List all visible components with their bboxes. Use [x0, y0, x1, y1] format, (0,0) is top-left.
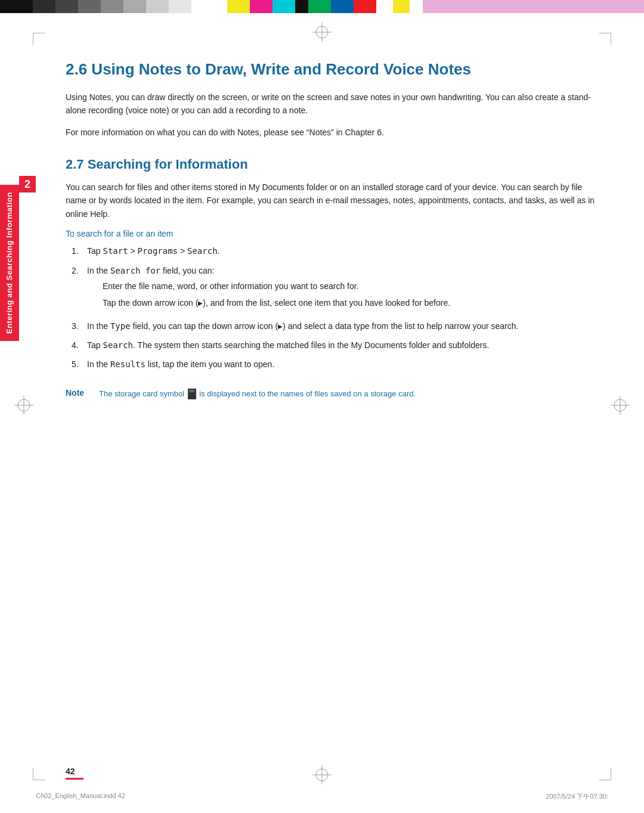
color-strip	[376, 0, 393, 13]
crop-mark-br	[599, 768, 611, 780]
color-strip	[295, 0, 308, 13]
section-27-para1: You can search for files and other items…	[66, 181, 596, 221]
step-3-num: 3.	[72, 319, 83, 333]
step-1-text: Tap Start > Programs > Search.	[87, 244, 596, 257]
color-strip	[393, 0, 410, 13]
step-2-subitems: Enter the file name, word, or other info…	[103, 280, 596, 310]
color-strip	[331, 0, 354, 13]
step-4-text: Tap Search. The system then starts searc…	[87, 339, 596, 352]
step-3: 3. In the Type field, you can tap the do…	[72, 319, 596, 333]
footer-left: Ch02_English_Manual.indd 42	[36, 792, 125, 801]
main-content: 2.6 Using Notes to Draw, Write and Recor…	[66, 60, 596, 753]
color-strip	[250, 0, 273, 13]
step-1: 1. Tap Start > Programs > Search.	[72, 244, 596, 257]
step-4-num: 4.	[72, 339, 83, 352]
step-3-text: In the Type field, you can tap the down …	[87, 319, 596, 333]
step-2: 2. In the Search for field, you can: Ent…	[72, 264, 596, 314]
steps-list: 1. Tap Start > Programs > Search. 2. In …	[66, 244, 596, 371]
color-strip	[191, 0, 214, 13]
color-strip	[146, 0, 169, 13]
crop-mark-tr	[599, 33, 611, 45]
color-strip	[55, 0, 78, 13]
step-4: 4. Tap Search. The system then starts se…	[72, 339, 596, 352]
step-5-num: 5.	[72, 358, 83, 371]
section-26-para2: For more information on what you can do …	[66, 126, 596, 139]
chapter-number: 2	[19, 176, 36, 193]
registration-mark-left	[13, 395, 35, 418]
crop-mark-bl	[33, 768, 45, 780]
color-strip	[308, 0, 331, 13]
note-section: Note The storage card symbol is displaye…	[66, 388, 596, 401]
section-26-para1: Using Notes, you can draw directly on th…	[66, 91, 596, 117]
page-number-underline	[66, 778, 83, 780]
footer: Ch02_English_Manual.indd 42 2007/5/24 下午…	[36, 792, 608, 801]
registration-mark-bottom	[311, 764, 333, 788]
color-strip	[227, 0, 250, 13]
color-strip	[354, 0, 376, 13]
color-strip	[410, 0, 423, 13]
procedure-heading: To search for a file or an item	[66, 229, 596, 238]
color-strip	[0, 0, 33, 13]
color-strip	[78, 0, 101, 13]
section-26-heading: 2.6 Using Notes to Draw, Write and Recor…	[66, 60, 596, 80]
side-tab-label: Entering and Searching Information	[0, 185, 19, 341]
registration-mark-top	[311, 21, 333, 45]
color-strip	[123, 0, 146, 13]
color-strip	[169, 0, 191, 13]
color-strip	[214, 0, 227, 13]
color-strip	[273, 0, 295, 13]
color-bar	[0, 0, 644, 13]
note-text: The storage card symbol is displayed nex…	[99, 388, 416, 401]
crop-mark-tl	[33, 33, 45, 45]
step-2-sub2: Tap the down arrow icon (▶), and from th…	[103, 296, 596, 309]
color-strip	[423, 0, 644, 13]
section-27-heading: 2.7 Searching for Information	[66, 157, 596, 172]
step-2-num: 2.	[72, 264, 83, 314]
footer-right: 2007/5/24 下午07:30:	[546, 792, 608, 801]
note-label: Note	[66, 388, 89, 401]
page-number: 42	[66, 767, 75, 776]
color-strip	[101, 0, 123, 13]
step-5-text: In the Results list, tap the item you wa…	[87, 358, 596, 371]
color-strip	[33, 0, 55, 13]
step-2-sub1: Enter the file name, word, or other info…	[103, 280, 596, 293]
registration-mark-right	[609, 395, 631, 418]
step-1-num: 1.	[72, 244, 83, 257]
step-5: 5. In the Results list, tap the item you…	[72, 358, 596, 371]
step-2-text: In the Search for field, you can: Enter …	[87, 264, 596, 314]
